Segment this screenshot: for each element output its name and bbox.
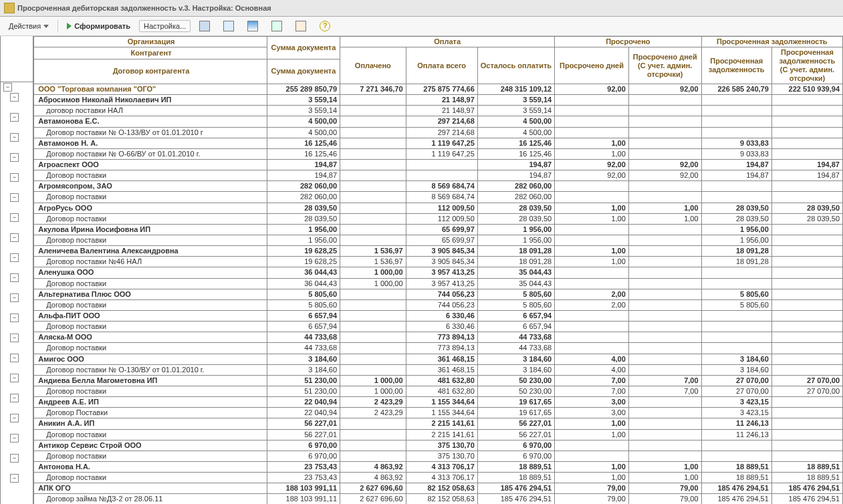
table-row[interactable]: Амигос ООО3 184,60361 468,153 184,604,00… [34, 354, 843, 364]
col-oplata-group: Оплата [340, 37, 555, 47]
col-ost-oplat: Осталось оплатить [477, 47, 554, 84]
table-row[interactable]: Договор поставки36 044,431 000,003 957 4… [34, 278, 843, 289]
col-sumdoc2: Сумма документа [267, 59, 340, 84]
expander[interactable]: − [10, 394, 19, 402]
tool-icon-3[interactable] [243, 19, 263, 33]
settings-button[interactable]: Настройка... [139, 20, 191, 32]
table-row[interactable]: Агроаспект ООО194,87194,8792,0092,00194,… [34, 159, 843, 170]
table-row[interactable]: Договор поставки44 733,68773 894,1344 73… [34, 343, 843, 354]
report-grid: Организация Сумма документа Оплата Проср… [33, 36, 843, 504]
table-row[interactable]: Договор поставки6 970,00375 130,706 970,… [34, 451, 843, 461]
table-row[interactable]: АгроРусь ООО28 039,50112 009,5028 039,50… [34, 203, 843, 213]
window-title: Просроченная дебиторская задолженность v… [17, 4, 271, 12]
expander[interactable]: − [10, 173, 19, 182]
table-row[interactable]: Антикор Сервис Строй ООО6 970,00375 130,… [34, 440, 843, 451]
table-row[interactable]: Андиева Белла Магометовна ИП51 230,001 0… [34, 375, 843, 386]
expander[interactable]: − [10, 193, 19, 202]
expander[interactable]: − [10, 113, 19, 122]
help-button[interactable]: ? [315, 19, 335, 33]
col-sumdoc: Сумма документа [267, 37, 340, 59]
table-row[interactable]: Аленушка ООО36 044,431 000,003 957 413,2… [34, 267, 843, 278]
col-kagent: Контрагент [34, 47, 267, 59]
tree-column: −−−−−−−−−−−−−−−−−−−−− [0, 36, 33, 504]
expander[interactable]: − [10, 293, 19, 302]
table-row[interactable]: Антонова Н.А.23 753,434 863,924 313 706,… [34, 461, 843, 472]
table-row[interactable]: Акулова Ирина Иосифовна ИП1 956,0065 699… [34, 224, 843, 235]
table-row[interactable]: Договор займа №ДЗ-2 от 28.06.11188 103 9… [34, 494, 843, 504]
tool-icon-1[interactable] [195, 19, 215, 33]
col-prosr-group: Просрочено [555, 37, 701, 47]
col-z2: Просроченная задолженность (С учет. адми… [771, 47, 842, 84]
report-area: −−−−−−−−−−−−−−−−−−−−− Организация Сумма … [0, 36, 843, 504]
play-icon [67, 23, 72, 29]
col-zadolz-group: Просроченная задолженность [701, 37, 842, 47]
expander[interactable]: − [10, 474, 19, 483]
form-button[interactable]: Сформировать [62, 20, 135, 32]
report-icon [4, 3, 15, 13]
window-title-bar: Просроченная дебиторская задолженность v… [0, 0, 843, 17]
table-row[interactable]: Договор поставки56 227,012 215 141,6156 … [34, 429, 843, 440]
expander[interactable]: − [10, 434, 19, 443]
col-oplata-vsego: Оплата всего [406, 47, 477, 84]
actions-menu[interactable]: Действия [4, 20, 53, 32]
expander[interactable]: − [10, 313, 19, 322]
col-org: Организация [34, 37, 267, 47]
expander[interactable]: − [10, 354, 19, 362]
chevron-down-icon [43, 25, 49, 28]
table-row[interactable]: АПК ОГО188 103 991,112 627 696,6082 152 … [34, 483, 843, 494]
expander[interactable]: − [10, 233, 19, 242]
tool-icon-4[interactable] [267, 19, 287, 33]
table-row[interactable]: Договор поставки23 753,434 863,924 313 7… [34, 473, 843, 483]
table-row[interactable]: Договор поставки1 956,0065 699,971 956,0… [34, 235, 843, 245]
col-oplacheno: Оплачено [340, 47, 406, 84]
table-row[interactable]: Автамонова Е.С.4 500,00297 214,684 500,0… [34, 116, 843, 127]
table-row[interactable]: Договор поставки № О-66/ВУ от 01.01.2010… [34, 148, 843, 159]
table-row[interactable]: Договор поставки5 805,60744 056,235 805,… [34, 299, 843, 310]
table-row[interactable]: Абросимов Николай Николаевич ИП3 559,142… [34, 95, 843, 106]
expander[interactable]: − [3, 83, 12, 92]
table-row[interactable]: Договор поставки6 657,946 330,466 657,94 [34, 322, 843, 332]
table-row[interactable]: Андреев А.Е. ИП22 040,942 423,291 155 34… [34, 397, 843, 408]
expander[interactable]: − [10, 253, 19, 262]
table-row[interactable]: Аникин А.А. ИП56 227,012 215 141,6156 22… [34, 418, 843, 429]
table-row[interactable]: Договор поставки №46 НАЛ19 628,251 536,9… [34, 257, 843, 267]
expander[interactable]: − [10, 273, 19, 282]
expander[interactable]: − [10, 454, 19, 463]
table-row[interactable]: Договор поставки № О-133/ВУ от 01.01.201… [34, 127, 843, 138]
table-row[interactable]: Аленичева Валентина Александровна19 628,… [34, 246, 843, 257]
table-row[interactable]: Договор поставки282 060,008 569 684,7428… [34, 192, 843, 203]
table-row[interactable]: Договор поставки28 039,50112 009,5028 03… [34, 213, 843, 224]
expander[interactable]: − [10, 213, 19, 222]
table-row[interactable]: ООО "Торговая компания "ОГО"255 289 850,… [34, 84, 843, 95]
col-prosr-dnei-adm: Просрочено дней (С учет. админ. отсрочки… [628, 47, 701, 84]
col-z1: Просроченная задолженность [701, 47, 771, 84]
table-row[interactable]: Договор поставки51 230,001 000,00481 632… [34, 386, 843, 396]
expander[interactable]: − [10, 153, 19, 162]
expander[interactable]: − [10, 133, 19, 142]
table-row[interactable]: Альтернатива Плюс ООО5 805,60744 056,235… [34, 289, 843, 299]
tool-icon-2[interactable] [219, 19, 239, 33]
col-dogovor: Договор контрагента [34, 59, 267, 84]
table-row[interactable]: Автамонов Н. А.16 125,461 119 647,2516 1… [34, 138, 843, 148]
table-row[interactable]: Договор поставки194,87194,8792,0092,0019… [34, 170, 843, 181]
toolbar: Действия Сформировать Настройка... ? [0, 17, 843, 36]
help-icon: ? [320, 21, 330, 31]
table-row[interactable]: Договор Поставки22 040,942 423,291 155 3… [34, 408, 843, 418]
table-row[interactable]: Агромясопром, ЗАО282 060,008 569 684,742… [34, 181, 843, 192]
table-row[interactable]: Договор поставки № О-130/ВУ от 01.01.201… [34, 364, 843, 375]
expander[interactable]: − [10, 334, 19, 342]
col-prosr-dnei: Просрочено дней [555, 47, 629, 84]
expander[interactable]: − [10, 93, 19, 102]
table-row[interactable]: договор поставки НАЛ3 559,1421 148,973 5… [34, 106, 843, 116]
table-row[interactable]: Аляска-М ООО44 733,68773 894,1344 733,68 [34, 332, 843, 343]
tool-icon-5[interactable] [291, 19, 311, 33]
table-row[interactable]: Альфа-ПИТ ООО6 657,946 330,466 657,94 [34, 310, 843, 321]
expander[interactable]: − [10, 374, 19, 382]
expander[interactable]: − [10, 414, 19, 422]
